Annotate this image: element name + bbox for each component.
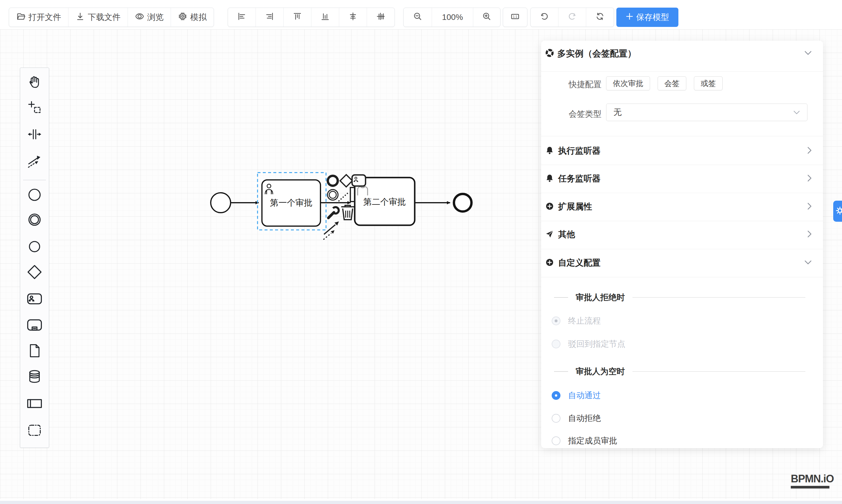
download-file-label: 下载文件 <box>88 12 121 23</box>
user-task-1[interactable]: 第一个审批 <box>262 180 320 226</box>
reject-heading: 审批人拒绝时 <box>554 291 805 304</box>
create-data-store[interactable] <box>27 369 42 385</box>
or-sign-button[interactable]: 或签 <box>694 76 723 90</box>
zoom-in-button[interactable] <box>473 8 500 26</box>
redo-button[interactable] <box>558 8 586 26</box>
section-task-listener[interactable]: 任务监听器 <box>545 169 812 188</box>
undo-icon <box>540 12 549 23</box>
open-file-label: 打开文件 <box>29 12 61 23</box>
align-right-icon <box>265 12 274 23</box>
append-end-event-icon[interactable] <box>328 176 338 186</box>
append-user-task-icon[interactable] <box>352 175 366 186</box>
preview-button[interactable]: 浏览 <box>128 8 171 26</box>
section-custom-config[interactable]: 自定义配置 <box>545 254 812 272</box>
sign-type-value: 无 <box>613 107 793 118</box>
radio-assign-member[interactable]: 指定成员审批 <box>552 434 617 447</box>
connect-tool-icon[interactable] <box>323 221 339 239</box>
radio-auto-pass[interactable]: 自动通过 <box>552 389 601 402</box>
simulate-label: 模拟 <box>190 12 207 23</box>
divider <box>541 136 823 136</box>
zoom-out-button[interactable] <box>404 8 432 26</box>
undo-button[interactable] <box>531 8 558 26</box>
reset-zoom-button[interactable]: 1:1 <box>503 8 527 26</box>
refresh-icon <box>595 12 604 23</box>
empty-approver-heading: 审批人为空时 <box>554 365 805 378</box>
properties-panel: 多实例（会签配置） 快捷配置 依次审批 会签 或签 会签类型 无 执行监听器 任… <box>541 41 823 448</box>
start-event[interactable] <box>211 193 231 213</box>
radio-terminate-process[interactable]: 终止流程 <box>552 314 601 327</box>
chevron-right-icon <box>807 174 812 183</box>
create-intermediate-event[interactable] <box>27 212 42 229</box>
create-end-event[interactable] <box>27 239 42 256</box>
save-model-label: 保存模型 <box>636 12 669 23</box>
distribute-horizontal-button[interactable] <box>339 8 367 26</box>
create-data-object[interactable] <box>27 343 42 360</box>
multi-instance-icon <box>545 48 554 59</box>
append-gateway-icon[interactable] <box>340 175 352 187</box>
chevron-right-icon <box>807 202 812 211</box>
zoom-in-icon <box>482 12 491 23</box>
multi-instance-header[interactable]: 多实例（会签配置） <box>541 45 823 62</box>
radio-return-to-node[interactable]: 驳回到指定节点 <box>552 338 626 350</box>
create-gateway[interactable] <box>27 264 43 282</box>
create-subprocess[interactable] <box>27 317 43 334</box>
sign-type-select[interactable]: 无 <box>606 104 807 121</box>
simulate-button[interactable]: 模拟 <box>171 8 214 26</box>
logo-underline <box>791 486 829 488</box>
plus-circle-icon <box>545 258 554 268</box>
svg-text:1:1: 1:1 <box>513 15 517 18</box>
horizontal-scrollbar[interactable] <box>0 501 842 504</box>
eye-icon <box>135 12 144 23</box>
append-text-annotation-icon[interactable] <box>337 187 355 203</box>
align-toolbar-group <box>228 7 395 27</box>
lasso-tool[interactable] <box>27 100 42 116</box>
delete-trash-icon[interactable] <box>341 205 354 220</box>
align-left-icon <box>237 12 246 23</box>
task1-label: 第一个审批 <box>270 198 313 208</box>
change-type-wrench-icon[interactable] <box>328 207 339 218</box>
align-top-button[interactable] <box>284 8 311 26</box>
section-execution-listener[interactable]: 执行监听器 <box>545 142 812 160</box>
chevron-down-icon <box>793 108 800 117</box>
preview-label: 浏览 <box>147 12 163 23</box>
settings-tab[interactable] <box>833 201 842 222</box>
create-participant[interactable] <box>27 395 43 413</box>
plus-circle-icon <box>545 202 554 212</box>
align-bottom-button[interactable] <box>311 8 339 26</box>
hand-tool[interactable] <box>27 74 42 90</box>
chevron-right-icon <box>807 230 812 239</box>
radio-icon <box>552 340 560 348</box>
align-bottom-icon <box>320 12 330 23</box>
create-start-event[interactable] <box>27 187 42 204</box>
global-connect-tool[interactable] <box>27 154 42 170</box>
open-file-button[interactable]: 打开文件 <box>9 8 69 26</box>
radio-icon <box>552 436 560 445</box>
download-file-button[interactable]: 下载文件 <box>69 8 128 26</box>
download-icon <box>75 12 85 23</box>
radio-auto-reject[interactable]: 自动拒绝 <box>552 412 601 425</box>
save-model-button[interactable]: 保存模型 <box>616 7 679 27</box>
folder-open-icon <box>16 12 25 23</box>
bpmn-io-logo[interactable]: BPMN.iO <box>791 473 829 488</box>
radio-icon <box>552 391 560 400</box>
end-event[interactable] <box>454 194 472 212</box>
history-toolbar-group <box>530 7 614 27</box>
one-to-one-icon: 1:1 <box>510 12 520 23</box>
refresh-button[interactable] <box>586 8 614 26</box>
bpmn-editor: 打开文件 下载文件 浏览 模拟 <box>0 0 842 504</box>
section-other[interactable]: 其他 <box>545 225 812 244</box>
bell-icon <box>545 146 554 156</box>
sequential-approve-button[interactable]: 依次审批 <box>606 76 650 90</box>
zoom-level-value: 100% <box>442 13 463 22</box>
align-left-button[interactable] <box>228 8 256 26</box>
create-group[interactable] <box>27 423 42 439</box>
quick-config-buttons: 依次审批 会签 或签 <box>606 76 730 90</box>
distribute-vertical-button[interactable] <box>367 8 394 26</box>
align-right-button[interactable] <box>256 8 284 26</box>
countersign-button[interactable]: 会签 <box>657 76 686 90</box>
create-user-task[interactable] <box>27 290 43 308</box>
space-tool[interactable] <box>27 127 42 143</box>
zoom-level[interactable]: 100% <box>432 8 473 26</box>
section-extended-properties[interactable]: 扩展属性 <box>545 197 812 216</box>
chevron-down-icon <box>804 260 812 266</box>
